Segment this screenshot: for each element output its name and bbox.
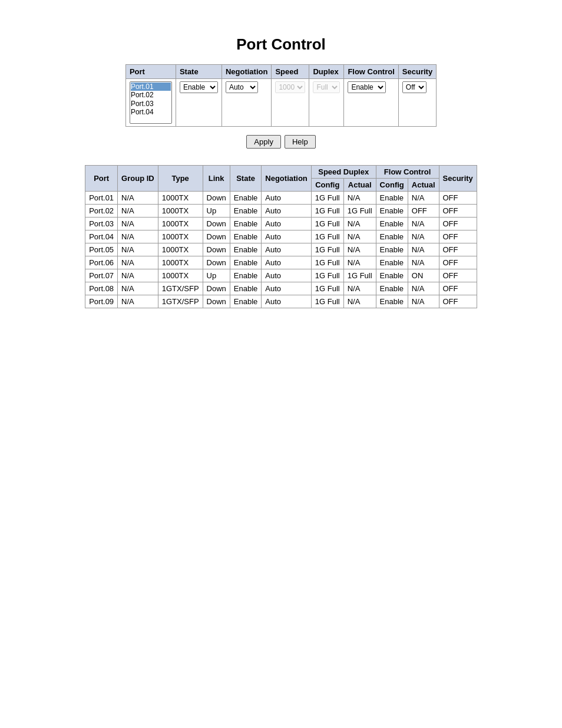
flow-control-cell: Enable Disable bbox=[344, 79, 398, 127]
table-row: Port.06N/A1000TXDownEnableAuto1G FullN/A… bbox=[85, 256, 477, 269]
page-title: Port Control bbox=[236, 35, 326, 54]
port-select[interactable]: Port.01 Port.02 Port.03 Port.04 bbox=[130, 81, 172, 124]
col-header-duplex: Duplex bbox=[309, 65, 344, 79]
col-header-flow-control: Flow Control bbox=[344, 65, 398, 79]
table-row: Port.02N/A1000TXUpEnableAuto1G Full1G Fu… bbox=[85, 205, 477, 218]
negotiation-select[interactable]: Auto Force bbox=[226, 81, 258, 93]
security-cell: Off On bbox=[398, 79, 436, 127]
table-row: Port.09N/A1GTX/SFPDownEnableAuto1G FullN… bbox=[85, 295, 477, 308]
status-col-flow-control: Flow Control bbox=[376, 166, 439, 179]
col-header-speed: Speed bbox=[272, 65, 309, 79]
table-row: Port.05N/A1000TXDownEnableAuto1G FullN/A… bbox=[85, 243, 477, 256]
status-col-link: Link bbox=[203, 166, 230, 192]
status-col-negotiation: Negotiation bbox=[262, 166, 312, 192]
status-col-type: Type bbox=[158, 166, 203, 192]
config-table: Port State Negotiation Speed Duplex Flow… bbox=[125, 64, 437, 127]
status-col-state: State bbox=[230, 166, 261, 192]
action-buttons: Apply Help bbox=[246, 135, 315, 149]
security-select[interactable]: Off On bbox=[402, 81, 427, 93]
status-col-flow-config: Config bbox=[376, 179, 408, 192]
state-cell: Enable Disable bbox=[176, 79, 222, 127]
col-header-port: Port bbox=[125, 65, 176, 79]
status-col-speed-actual: Actual bbox=[343, 179, 376, 192]
apply-button[interactable]: Apply bbox=[246, 135, 281, 149]
status-col-speed-config: Config bbox=[311, 179, 343, 192]
help-button[interactable]: Help bbox=[285, 135, 316, 149]
table-row: Port.03N/A1000TXDownEnableAuto1G FullN/A… bbox=[85, 218, 477, 230]
status-col-security: Security bbox=[439, 166, 477, 192]
table-row: Port.04N/A1000TXDownEnableAuto1G FullN/A… bbox=[85, 230, 477, 243]
col-header-negotiation: Negotiation bbox=[222, 65, 272, 79]
state-select[interactable]: Enable Disable bbox=[180, 81, 218, 93]
status-col-port: Port bbox=[85, 166, 118, 192]
duplex-select[interactable]: Full Half bbox=[313, 81, 340, 93]
flow-control-select[interactable]: Enable Disable bbox=[348, 81, 386, 93]
table-row: Port.01N/A1000TXDownEnableAuto1G FullN/A… bbox=[85, 192, 477, 205]
status-col-flow-actual: Actual bbox=[408, 179, 439, 192]
status-col-group: Group ID bbox=[118, 166, 158, 192]
speed-select[interactable]: 10 100 1000 bbox=[275, 81, 305, 93]
table-row: Port.07N/A1000TXUpEnableAuto1G Full1G Fu… bbox=[85, 269, 477, 282]
duplex-cell: Full Half bbox=[309, 79, 344, 127]
table-row: Port.08N/A1GTX/SFPDownEnableAuto1G FullN… bbox=[85, 282, 477, 295]
port-select-cell: Port.01 Port.02 Port.03 Port.04 bbox=[125, 79, 176, 127]
col-header-state: State bbox=[176, 65, 222, 79]
status-table: Port Group ID Type Link State Negotiatio… bbox=[85, 165, 477, 308]
status-col-speed-duplex: Speed Duplex bbox=[311, 166, 376, 179]
negotiation-cell: Auto Force bbox=[222, 79, 272, 127]
col-header-security: Security bbox=[398, 65, 436, 79]
speed-cell: 10 100 1000 bbox=[272, 79, 309, 127]
